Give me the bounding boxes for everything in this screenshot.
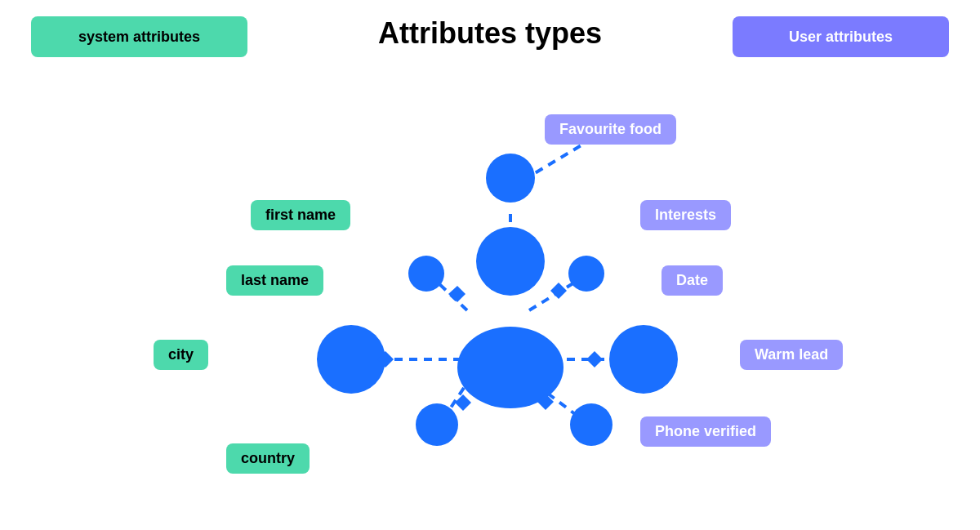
attr-favourite-food: Favourite food <box>545 114 676 145</box>
user-attributes-badge: User attributes <box>733 16 949 57</box>
svg-line-7 <box>510 139 592 188</box>
svg-point-10 <box>486 154 535 203</box>
svg-point-9 <box>457 327 564 408</box>
attr-interests: Interests <box>640 200 731 230</box>
attr-country: country <box>226 443 310 474</box>
system-attributes-badge: system attributes <box>31 16 247 57</box>
svg-line-5 <box>529 282 576 310</box>
svg-point-15 <box>416 403 458 446</box>
attr-last-name: last name <box>226 265 323 296</box>
attr-city: city <box>154 340 208 370</box>
svg-marker-22 <box>537 394 554 410</box>
svg-point-21 <box>570 403 612 446</box>
svg-point-17 <box>568 256 604 292</box>
svg-marker-14 <box>377 351 394 367</box>
svg-point-8 <box>476 227 545 296</box>
svg-point-11 <box>408 256 444 292</box>
svg-line-6 <box>524 376 578 416</box>
attr-phone-verified: Phone verified <box>640 416 771 447</box>
svg-marker-16 <box>455 394 471 411</box>
page-title: Attributes types <box>378 16 602 51</box>
svg-line-3 <box>448 376 472 412</box>
attr-warm-lead: Warm lead <box>740 340 843 370</box>
svg-line-1 <box>437 282 467 310</box>
svg-point-19 <box>609 325 678 394</box>
svg-point-13 <box>317 325 385 394</box>
diagram-svg <box>0 0 980 530</box>
svg-marker-12 <box>448 286 466 302</box>
svg-marker-20 <box>586 351 603 367</box>
svg-marker-18 <box>550 283 567 299</box>
attr-first-name: first name <box>251 200 350 230</box>
attr-date: Date <box>662 265 723 296</box>
